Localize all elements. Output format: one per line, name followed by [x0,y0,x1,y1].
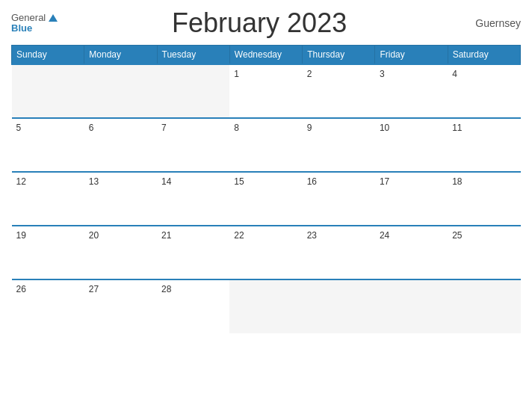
day-cell-2: 2 [303,64,375,118]
day-cell-20: 20 [84,226,157,279]
day-cell-27: 27 [84,279,157,333]
header-thursday: Thursday [303,46,375,65]
day-cell-12: 12 [12,172,84,226]
day-cell-23: 23 [303,226,375,279]
header: General Blue February 2023 Guernsey [11,7,521,39]
logo: General Blue [11,13,58,34]
week-row-5: 26 27 28 [12,279,521,333]
day-cell-19: 19 [12,226,84,279]
day-cell-8: 8 [229,118,302,172]
header-wednesday: Wednesday [229,46,302,65]
header-sunday: Sunday [12,46,84,65]
day-cell-1: 1 [229,64,302,118]
day-cell-6: 6 [84,118,157,172]
country-label: Guernsey [461,17,521,29]
day-cell-empty [448,279,520,333]
day-cell-14: 14 [157,172,229,226]
day-cell-17: 17 [375,172,448,226]
day-cell-25: 25 [448,226,520,279]
day-cell-empty [157,64,229,118]
week-row-3: 12 13 14 15 16 17 18 [12,172,521,226]
day-cell-21: 21 [157,226,229,279]
logo-blue: Blue [11,23,58,34]
days-header-row: Sunday Monday Tuesday Wednesday Thursday… [12,46,521,65]
day-cell-13: 13 [84,172,157,226]
day-cell-22: 22 [229,226,302,279]
day-cell-9: 9 [303,118,375,172]
week-row-2: 5 6 7 8 9 10 11 [12,118,521,172]
day-cell-empty [375,279,448,333]
calendar-table: Sunday Monday Tuesday Wednesday Thursday… [11,45,521,333]
week-row-1: 1 2 3 4 [12,64,521,118]
day-cell-26: 26 [12,279,84,333]
day-cell-7: 7 [157,118,229,172]
day-cell-empty [303,279,375,333]
header-monday: Monday [84,46,157,65]
header-tuesday: Tuesday [157,46,229,65]
week-row-4: 19 20 21 22 23 24 25 [12,226,521,279]
day-cell-5: 5 [12,118,84,172]
day-cell-10: 10 [375,118,448,172]
day-cell-24: 24 [375,226,448,279]
day-cell-28: 28 [157,279,229,333]
day-cell-11: 11 [448,118,520,172]
day-cell-4: 4 [448,64,520,118]
header-friday: Friday [375,46,448,65]
calendar-container: General Blue February 2023 Guernsey Sund… [0,0,532,411]
day-cell-empty [229,279,302,333]
day-cell-empty [12,64,84,118]
logo-general: General [11,13,46,23]
day-cell-18: 18 [448,172,520,226]
day-cell-empty [84,64,157,118]
month-title: February 2023 [58,7,461,39]
day-cell-16: 16 [303,172,375,226]
day-cell-15: 15 [229,172,302,226]
day-cell-3: 3 [375,64,448,118]
header-saturday: Saturday [448,46,520,65]
